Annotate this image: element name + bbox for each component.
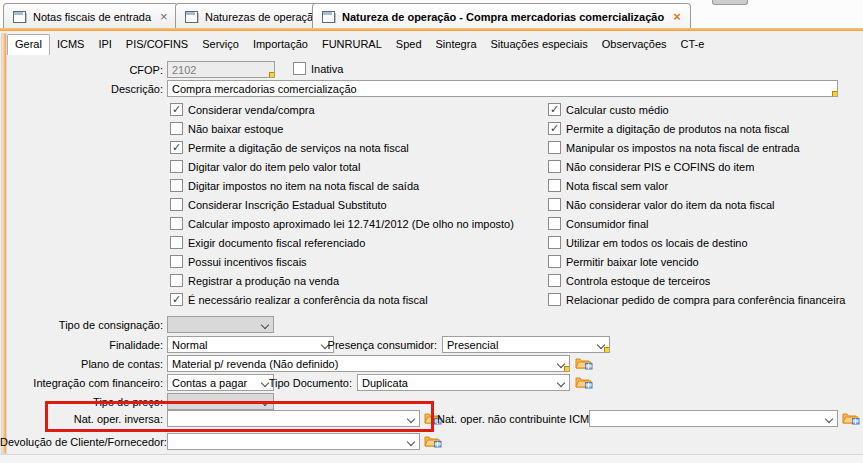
- checkbox[interactable]: [548, 179, 561, 192]
- checkbox[interactable]: ✓: [170, 103, 183, 116]
- checkbox-row: Registrar a produção na venda Controla e…: [0, 271, 863, 290]
- tab-importacao[interactable]: Importação: [246, 34, 315, 55]
- checkbox-label: Considerar Inscrição Estadual Substituto: [188, 199, 387, 211]
- checkbox[interactable]: [170, 236, 183, 249]
- presenca-consumidor-select[interactable]: Presencial: [442, 336, 610, 353]
- inativa-label: Inativa: [311, 63, 343, 75]
- nat-oper-inversa-select[interactable]: [167, 410, 420, 427]
- checkbox-row: ✓É necessário realizar a conferência da …: [0, 290, 863, 309]
- checkbox-label: Permite a digitação de produtos na nota …: [566, 123, 789, 135]
- checkbox-label: Digitar valor do item pelo valor total: [188, 161, 360, 173]
- inativa-checkbox[interactable]: [293, 62, 306, 75]
- tab-icms[interactable]: ICMS: [50, 34, 92, 55]
- tipo-de-preco-label: Tipo de preço:: [0, 396, 163, 408]
- tab-pis-cofins[interactable]: PIS/COFINS: [119, 34, 195, 55]
- tab-geral[interactable]: Geral: [7, 34, 50, 55]
- checkbox[interactable]: [548, 293, 561, 306]
- folder-lookup-icon[interactable]: [842, 411, 860, 425]
- checkbox-row: Digitar valor do item pelo valor total N…: [0, 157, 863, 176]
- bottom-strip: [0, 454, 863, 463]
- checkbox[interactable]: ✓: [170, 141, 183, 154]
- tipo-de-preco-select[interactable]: [167, 393, 274, 410]
- checkbox-label: Permite a digitação de serviços na nota …: [188, 142, 409, 154]
- checkbox-row: Digitar impostos no item na nota fiscal …: [0, 176, 863, 195]
- tipo-consignacao-select[interactable]: [167, 316, 274, 333]
- checkbox[interactable]: [170, 179, 183, 192]
- presenca-consumidor-label: Presença consumidor:: [300, 339, 437, 351]
- cfop-field[interactable]: 2102: [167, 61, 275, 78]
- chevron-down-icon: [407, 438, 415, 446]
- checkbox-label: Manipular os impostos na nota fiscal de …: [566, 142, 800, 154]
- devolucao-select[interactable]: [167, 433, 420, 450]
- close-icon[interactable]: ×: [673, 12, 681, 22]
- checkbox-label: Considerar venda/compra: [188, 104, 315, 116]
- tab-sintegra[interactable]: Sintegra: [429, 34, 484, 55]
- plano-de-contas-select[interactable]: Material p/ revenda (Não definido): [167, 355, 570, 372]
- folder-lookup-icon[interactable]: [424, 434, 442, 448]
- tipo-documento-label: Tipo Documento:: [260, 377, 352, 389]
- tab-situacoes-especiais[interactable]: Situações especiais: [484, 34, 595, 55]
- checkbox[interactable]: [548, 236, 561, 249]
- checkbox[interactable]: [170, 198, 183, 211]
- cfop-label: CFOP:: [0, 64, 163, 76]
- tab-funrural[interactable]: FUNRURAL: [315, 34, 389, 55]
- nat-oper-nao-contribuinte-select[interactable]: [589, 410, 838, 427]
- tabbar-accent-line: [0, 28, 863, 31]
- checkbox[interactable]: [170, 217, 183, 230]
- descricao-value: Compra mercadorias comercialização: [172, 83, 357, 95]
- checkbox[interactable]: [170, 160, 183, 173]
- nat-oper-inversa-label: Nat. oper. inversa:: [0, 413, 163, 425]
- checkbox-label: Utilizar em todos os locais de destino: [566, 237, 748, 249]
- folder-lookup-icon[interactable]: [575, 356, 593, 370]
- nat-oper-nao-contribuinte-label: Nat. oper. não contribuinte ICMS:: [437, 413, 585, 425]
- checkbox-row: Considerar Inscrição Estadual Substituto…: [0, 195, 863, 214]
- section-tabbar: Geral ICMS IPI PIS/COFINS Serviço Import…: [7, 34, 711, 55]
- descricao-field[interactable]: Compra mercadorias comercialização: [167, 80, 838, 97]
- checkbox-label: Permitir baixar lote vencido: [566, 256, 699, 268]
- app-window: Notas fiscais de entrada × Naturezas de …: [0, 0, 863, 463]
- checkbox[interactable]: [170, 122, 183, 135]
- checkbox[interactable]: [170, 255, 183, 268]
- checkbox-label: Registrar a produção na venda: [188, 275, 339, 287]
- close-icon[interactable]: ×: [160, 12, 168, 22]
- checkbox-row: ✓Considerar venda/compra ✓Calcular custo…: [0, 100, 863, 119]
- checkbox-label: Calcular custo médio: [566, 104, 669, 116]
- checkbox[interactable]: [548, 141, 561, 154]
- checkbox[interactable]: [170, 274, 183, 287]
- checkbox[interactable]: ✓: [548, 122, 561, 135]
- chevron-down-icon: [825, 415, 833, 423]
- tab-ipi[interactable]: IPI: [91, 34, 118, 55]
- chevron-down-icon: [407, 415, 415, 423]
- checkbox[interactable]: [548, 274, 561, 287]
- plano-de-contas-label: Plano de contas:: [0, 358, 163, 370]
- integracao-financeiro-value: Contas a pagar: [172, 377, 247, 389]
- checkbox-row: Calcular imposto aproximado lei 12.741/2…: [0, 214, 863, 233]
- cfop-value: 2102: [172, 64, 196, 76]
- checkbox[interactable]: ✓: [170, 293, 183, 306]
- tab-notas-fiscais-de-entrada[interactable]: Notas fiscais de entrada ×: [3, 3, 178, 29]
- checkbox[interactable]: [548, 198, 561, 211]
- checkbox[interactable]: ✓: [548, 103, 561, 116]
- required-marker: [564, 366, 570, 372]
- finalidade-label: Finalidade:: [0, 339, 163, 351]
- checkbox-row: Exigir documento fiscal referenciado Uti…: [0, 233, 863, 252]
- document-icon: [322, 11, 336, 23]
- checkbox-row: Possui incentivos fiscais Permitir baixa…: [0, 252, 863, 271]
- devolucao-label: Devolução de Cliente/Fornecedor:: [0, 436, 163, 448]
- folder-lookup-icon[interactable]: [575, 375, 593, 389]
- checkbox[interactable]: [548, 217, 561, 230]
- tab-sped[interactable]: Sped: [389, 34, 429, 55]
- chevron-down-icon: [261, 398, 269, 406]
- checkbox[interactable]: [548, 160, 561, 173]
- tipo-documento-select[interactable]: Duplicata: [357, 374, 570, 391]
- checkbox-label: Relacionar pedido de compra para conferê…: [566, 294, 845, 306]
- plano-de-contas-value: Material p/ revenda (Não definido): [172, 358, 338, 370]
- presenca-consumidor-value: Presencial: [447, 339, 498, 351]
- tab-observacoes[interactable]: Observações: [595, 34, 674, 55]
- checkbox[interactable]: [548, 255, 561, 268]
- integracao-financeiro-select[interactable]: Contas a pagar: [167, 374, 274, 391]
- checkbox-label: É necessário realizar a conferência da n…: [188, 294, 428, 306]
- tab-servico[interactable]: Serviço: [195, 34, 246, 55]
- tab-natureza-de-operacao-compra[interactable]: Natureza de operação - Compra mercadoria…: [312, 3, 691, 29]
- tab-cte[interactable]: CT-e: [674, 34, 712, 55]
